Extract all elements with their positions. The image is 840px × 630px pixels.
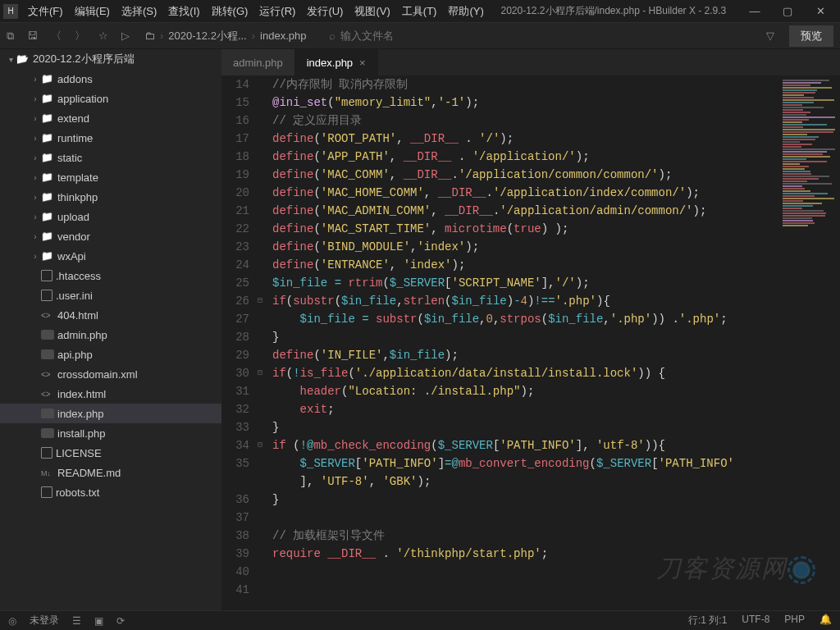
filter-icon[interactable]: ▽	[766, 30, 774, 42]
tree-folder[interactable]: ›runtime	[0, 128, 221, 148]
menu-item[interactable]: 运行(R)	[254, 2, 300, 21]
file-explorer: ▾2020-12.2小程序后端›addons›application›exten…	[0, 49, 221, 610]
sync-icon[interactable]: ⟳	[116, 615, 125, 627]
login-status[interactable]: 未登录	[30, 614, 59, 628]
tree-root[interactable]: ▾2020-12.2小程序后端	[0, 49, 221, 69]
code-line[interactable]: 23define('BIND_MODULE','index');	[221, 238, 840, 256]
language-mode[interactable]: PHP	[784, 614, 805, 628]
cursor-position[interactable]: 行:1 列:1	[688, 614, 727, 628]
tree-folder[interactable]: ›upload	[0, 207, 221, 226]
terminal-icon[interactable]: ▣	[94, 615, 103, 627]
maximize-button[interactable]: ▢	[771, 0, 804, 23]
tree-file[interactable]: install.php	[0, 423, 221, 443]
code-line[interactable]: 36}	[221, 491, 840, 509]
tree-file[interactable]: admin.php	[0, 325, 221, 345]
tree-file[interactable]: LICENSE	[0, 443, 221, 463]
bell-icon[interactable]: 🔔	[819, 614, 832, 628]
code-line[interactable]: 30⊟if(!is_file('./application/data/insta…	[221, 364, 840, 382]
tree-folder[interactable]: ›extend	[0, 108, 221, 128]
editor-tab[interactable]: index.php×	[295, 49, 378, 75]
titlebar: H 文件(F)编辑(E)选择(S)查找(I)跳转(G)运行(R)发行(U)视图(…	[0, 0, 840, 23]
code-line[interactable]: 18define('APP_PATH', __DIR__ . '/applica…	[221, 148, 840, 166]
menu-item[interactable]: 文件(F)	[23, 2, 68, 21]
close-button[interactable]: ✕	[804, 0, 837, 23]
app-logo: H	[3, 4, 18, 19]
tree-file[interactable]: crossdomain.xml	[0, 364, 221, 384]
tree-folder[interactable]: ›application	[0, 89, 221, 108]
tree-file[interactable]: README.md	[0, 463, 221, 482]
code-line[interactable]: 25$in_file = rtrim($_SERVER['SCRIPT_NAME…	[221, 274, 840, 292]
code-line[interactable]: 37	[221, 509, 840, 527]
tree-folder[interactable]: ›template	[0, 167, 221, 187]
minimize-button[interactable]: —	[738, 0, 771, 23]
editor-area: admin.phpindex.php× 14//内存限制 取消内存限制15@in…	[221, 49, 840, 610]
run-icon[interactable]: ▷	[121, 30, 130, 42]
tree-folder[interactable]: ›static	[0, 148, 221, 167]
tree-file[interactable]: robots.txt	[0, 482, 221, 502]
menu-item[interactable]: 跳转(G)	[207, 2, 253, 21]
file-search: ⌕	[329, 30, 760, 42]
encoding[interactable]: UTF-8	[742, 614, 769, 628]
code-line[interactable]: 20define('MAC_HOME_COMM', __DIR__.'/appl…	[221, 184, 840, 202]
code-line[interactable]: 29define('IN_FILE',$in_file);	[221, 346, 840, 364]
code-line[interactable]: 32 exit;	[221, 400, 840, 418]
code-line[interactable]: 14//内存限制 取消内存限制	[221, 75, 840, 94]
back-icon[interactable]: 〈	[51, 29, 62, 43]
menu-item[interactable]: 发行(U)	[302, 2, 348, 21]
tree-file[interactable]: 404.html	[0, 305, 221, 325]
code-editor[interactable]: 14//内存限制 取消内存限制15@ini_set("memory_limit"…	[221, 75, 840, 610]
code-line[interactable]: ], 'UTF-8', 'GBK');	[221, 472, 840, 491]
minimap[interactable]	[779, 79, 837, 308]
breadcrumb-item[interactable]: 2020-12.2小程...	[168, 29, 246, 43]
tree-file[interactable]: index.php	[0, 404, 221, 423]
tree-file[interactable]: api.php	[0, 345, 221, 364]
code-line[interactable]: 22define('MAC_START_TIME', microtime(tru…	[221, 220, 840, 238]
code-line[interactable]: 34⊟if (!@mb_check_encoding($_SERVER['PAT…	[221, 436, 840, 454]
search-input[interactable]	[340, 30, 504, 42]
tree-folder[interactable]: ›vendor	[0, 226, 221, 246]
code-line[interactable]: 38// 加载框架引导文件	[221, 527, 840, 545]
menu-item[interactable]: 查找(I)	[163, 2, 204, 21]
code-line[interactable]: 16// 定义应用目录	[221, 112, 840, 130]
code-line[interactable]: 31 header("Location: ./install.php");	[221, 382, 840, 400]
code-line[interactable]: 33}	[221, 418, 840, 436]
code-line[interactable]: 24define('ENTRANCE', 'index');	[221, 256, 840, 274]
tree-folder[interactable]: ›wxApi	[0, 246, 221, 266]
window-controls: — ▢ ✕	[738, 0, 837, 23]
code-line[interactable]: 35 $_SERVER['PATH_INFO']=@mb_convert_enc…	[221, 454, 840, 472]
breadcrumb-item[interactable]: index.php	[260, 30, 306, 42]
code-line[interactable]: 28}	[221, 328, 840, 346]
tree-folder[interactable]: ›thinkphp	[0, 187, 221, 207]
window-title: 2020-12.2小程序后端/index.php - HBuilder X - …	[489, 4, 738, 18]
tree-file[interactable]: .htaccess	[0, 266, 221, 285]
code-line[interactable]: 15@ini_set("memory_limit",'-1');	[221, 94, 840, 112]
code-line[interactable]: 17define('ROOT_PATH', __DIR__ . '/');	[221, 130, 840, 148]
editor-tab[interactable]: admin.php	[221, 49, 295, 75]
save-icon[interactable]: 🖫	[27, 30, 38, 42]
code-line[interactable]: 26⊟if(substr($in_file,strlen($in_file)-4…	[221, 292, 840, 310]
code-line[interactable]: 41	[221, 581, 840, 599]
list-icon[interactable]: ☰	[72, 615, 81, 627]
menu-item[interactable]: 帮助(Y)	[443, 2, 488, 21]
user-icon[interactable]: ◎	[8, 615, 16, 627]
menu-item[interactable]: 工具(T)	[397, 2, 442, 21]
code-line[interactable]: 27 $in_file = substr($in_file,0,strpos($…	[221, 310, 840, 328]
tree-file[interactable]: index.html	[0, 384, 221, 404]
php-icon	[41, 330, 54, 340]
tree-file[interactable]: .user.ini	[0, 285, 221, 305]
code-line[interactable]: 21define('MAC_ADMIN_COMM', __DIR__.'/app…	[221, 202, 840, 220]
forward-icon[interactable]: 〉	[75, 29, 85, 43]
code-line[interactable]: 40	[221, 563, 840, 581]
star-icon[interactable]: ☆	[98, 30, 108, 42]
menu-item[interactable]: 选择(S)	[116, 2, 162, 21]
new-file-icon[interactable]: ⧉	[7, 30, 14, 43]
menu-item[interactable]: 编辑(E)	[70, 2, 115, 21]
search-icon[interactable]: ⌕	[329, 30, 336, 42]
code-line[interactable]: 19define('MAC_COMM', __DIR__.'/applicati…	[221, 166, 840, 184]
close-tab-icon[interactable]: ×	[359, 57, 366, 69]
menubar: 文件(F)编辑(E)选择(S)查找(I)跳转(G)运行(R)发行(U)视图(V)…	[23, 2, 489, 21]
code-line[interactable]: 39require __DIR__ . '/thinkphp/start.php…	[221, 545, 840, 563]
menu-item[interactable]: 视图(V)	[349, 2, 395, 21]
preview-button[interactable]: 预览	[789, 25, 833, 47]
tree-folder[interactable]: ›addons	[0, 69, 221, 89]
